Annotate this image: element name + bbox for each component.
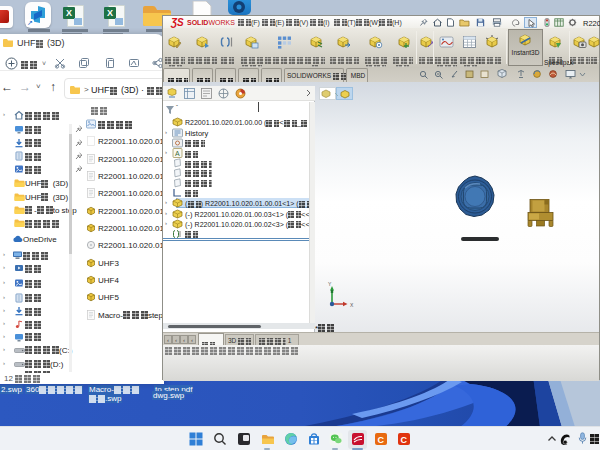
svg-text:Y: Y <box>328 282 332 287</box>
svg-text:A: A <box>175 150 180 157</box>
svg-text:C: C <box>400 435 407 445</box>
svg-text:C: C <box>377 435 384 445</box>
svg-text:X: X <box>350 302 354 308</box>
